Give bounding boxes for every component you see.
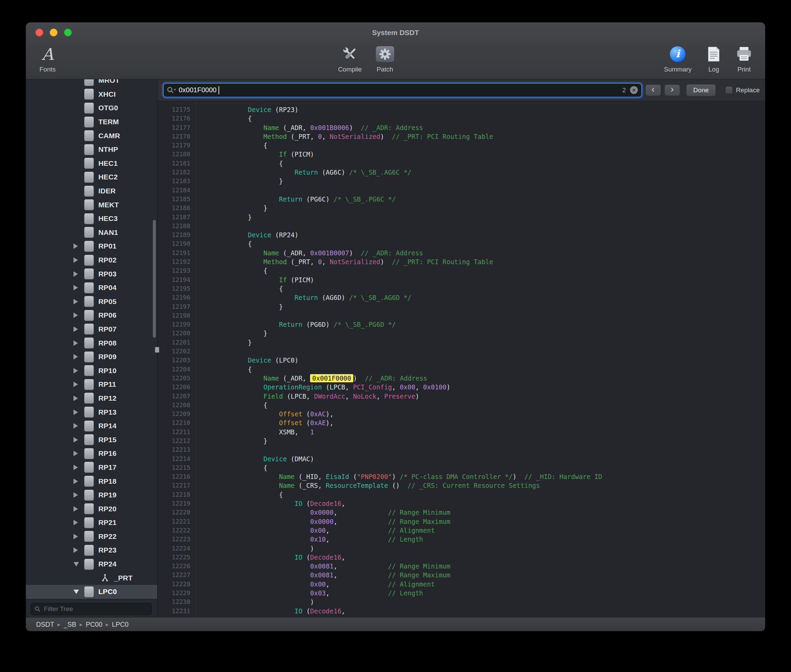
close-button[interactable]	[35, 29, 43, 37]
sidebar-item-xhci[interactable]: XHCI	[26, 88, 157, 101]
code-line[interactable]: 12203 Device (LPC0)	[158, 356, 765, 365]
sidebar-item-hec3[interactable]: HEC3	[26, 212, 157, 226]
code-line[interactable]: 12196 Return (AG6D) /* \_SB_.AG6D */	[158, 293, 765, 302]
sidebar-item-mekt[interactable]: MEKT	[26, 198, 157, 212]
disclosure-triangle-icon[interactable]	[74, 516, 82, 530]
sidebar-item-ider[interactable]: IDER	[26, 184, 157, 198]
disclosure-triangle-icon[interactable]	[74, 557, 82, 571]
sidebar-item-rp04[interactable]: RP04	[26, 281, 157, 295]
code-line[interactable]: 12228 0x00, // Alignment	[158, 580, 765, 589]
code-line[interactable]: 12202	[158, 347, 765, 356]
code-line[interactable]: 12214 Device (DMAC)	[158, 454, 765, 463]
disclosure-triangle-icon[interactable]	[74, 350, 82, 364]
sidebar-item-rp14[interactable]: RP14	[26, 419, 157, 433]
code-line[interactable]: 12177 Name (_ADR, 0x001B0006) // _ADR: A…	[158, 123, 765, 132]
disclosure-triangle-icon[interactable]	[74, 488, 82, 502]
disclosure-triangle-icon[interactable]	[74, 253, 82, 267]
disclosure-triangle-icon[interactable]	[74, 295, 82, 309]
sidebar-item-rp24[interactable]: RP24	[26, 557, 157, 571]
disclosure-triangle-icon[interactable]	[74, 322, 82, 336]
code-line[interactable]: 12206 OperationRegion (LPCB, PCI_Config,…	[158, 382, 765, 392]
clear-search-button[interactable]: ×	[630, 86, 638, 94]
titlebar[interactable]: System DSDT	[26, 22, 765, 42]
zoom-button[interactable]	[64, 29, 72, 37]
code-line[interactable]: 12231 IO (Decode16,	[158, 606, 765, 616]
sidebar-scrollbar-thumb[interactable]	[153, 220, 156, 338]
sidebar-item-nthp[interactable]: NTHP	[26, 142, 157, 157]
sidebar-item-rp19[interactable]: RP19	[26, 488, 157, 502]
sidebar-item-rp23[interactable]: RP23	[26, 543, 157, 557]
compile-button[interactable]: Compile	[338, 44, 362, 73]
code-line[interactable]: 12201 }	[158, 338, 765, 347]
search-menu-icon[interactable]	[166, 86, 177, 94]
sidebar-item-rp01[interactable]: RP01	[26, 239, 157, 253]
patch-button[interactable]: Patch	[376, 44, 395, 73]
disclosure-triangle-icon[interactable]	[74, 474, 82, 488]
code-line[interactable]: 12212 }	[158, 437, 765, 445]
disclosure-triangle-icon[interactable]	[74, 502, 82, 516]
code-line[interactable]: 12183 }	[158, 177, 765, 186]
disclosure-triangle-icon[interactable]	[74, 281, 82, 295]
sidebar-item-rp20[interactable]: RP20	[26, 502, 157, 516]
print-button[interactable]: Print	[736, 44, 752, 73]
code-line[interactable]: 12215 {	[158, 463, 765, 472]
code-line[interactable]: 12225 IO (Decode16,	[158, 553, 765, 562]
code-line[interactable]: 12204 {	[158, 365, 765, 374]
replace-checkbox[interactable]	[725, 86, 733, 94]
code-line[interactable]: 12217 Name (_CRS, ResourceTemplate () //…	[158, 481, 765, 490]
disclosure-triangle-icon[interactable]	[74, 378, 82, 392]
sidebar-item-term[interactable]: TERM	[26, 115, 157, 129]
disclosure-triangle-icon[interactable]	[74, 336, 82, 350]
sidebar-item-rp15[interactable]: RP15	[26, 433, 157, 446]
sidebar-item-rp08[interactable]: RP08	[26, 336, 157, 350]
search-input[interactable]: 0x001F0000	[179, 86, 216, 94]
code-line[interactable]: 12190 {	[158, 239, 765, 248]
code-line[interactable]: 12222 0x00, // Alignment	[158, 526, 765, 535]
disclosure-triangle-icon[interactable]	[74, 585, 82, 599]
sidebar-item-nan1[interactable]: NAN1	[26, 226, 157, 240]
sidebar-item-rp09[interactable]: RP09	[26, 350, 157, 364]
code-line[interactable]: 12224 )	[158, 544, 765, 553]
search-field[interactable]: 0x001F0000 2 ×	[163, 83, 642, 98]
code-line[interactable]: 12187 }	[158, 213, 765, 222]
code-line[interactable]: 12200 }	[158, 329, 765, 338]
disclosure-triangle-icon[interactable]	[74, 543, 82, 557]
next-match-button[interactable]: ›	[665, 85, 680, 96]
code-line[interactable]: 12179 {	[158, 141, 765, 150]
sidebar-item-otg0[interactable]: OTG0	[26, 101, 157, 115]
disclosure-triangle-icon[interactable]	[74, 433, 82, 446]
code-line[interactable]: 12181 {	[158, 159, 765, 168]
code-line[interactable]: 12176 {	[158, 114, 765, 123]
code-line[interactable]: 12189 Device (RP24)	[158, 230, 765, 239]
code-line[interactable]: 12221 0x0000, // Range Maximum	[158, 517, 765, 526]
code-line[interactable]: 12191 Name (_ADR, 0x001B0007) // _ADR: A…	[158, 248, 765, 258]
code-line[interactable]: 12230 )	[158, 597, 765, 606]
disclosure-triangle-icon[interactable]	[74, 267, 82, 281]
code-line[interactable]: 12208 {	[158, 401, 765, 410]
code-line[interactable]: 12211 XSMB, 1	[158, 427, 765, 437]
disclosure-triangle-icon[interactable]	[74, 419, 82, 433]
code-line[interactable]: 12178 Method (_PRT, 0, NotSerialized) //…	[158, 132, 765, 141]
code-line[interactable]: 12205 Name (_ADR, 0x001F0000) // _ADR: A…	[158, 374, 765, 382]
disclosure-triangle-icon[interactable]	[74, 446, 82, 461]
sidebar-item-rp12[interactable]: RP12	[26, 392, 157, 405]
code-line[interactable]: 12210 Offset (0xAE),	[158, 418, 765, 427]
sidebar-item-rp22[interactable]: RP22	[26, 530, 157, 544]
sidebar-item-rp16[interactable]: RP16	[26, 446, 157, 461]
sidebar-item-rp18[interactable]: RP18	[26, 474, 157, 488]
sidebar-item-rp06[interactable]: RP06	[26, 309, 157, 322]
sidebar-item-lpc0[interactable]: LPC0	[26, 585, 157, 599]
sidebar-item-rp11[interactable]: RP11	[26, 378, 157, 392]
sidebar-item-prt[interactable]: _PRT	[26, 571, 157, 585]
code-line[interactable]: 12229 0x03, // Length	[158, 589, 765, 597]
code-editor[interactable]: 12175 Device (RP23)12176 {12177 Name (_A…	[158, 101, 765, 618]
log-button[interactable]: Log	[707, 44, 720, 73]
sidebar-item-mrot[interactable]: MROT	[26, 79, 157, 88]
code-line[interactable]: 12207 Field (LPCB, DWordAcc, NoLock, Pre…	[158, 392, 765, 401]
disclosure-triangle-icon[interactable]	[74, 392, 82, 405]
disclosure-triangle-icon[interactable]	[74, 309, 82, 322]
code-line[interactable]: 12209 Offset (0xAC),	[158, 410, 765, 418]
sidebar-item-hec2[interactable]: HEC2	[26, 170, 157, 184]
code-line[interactable]: 12226 0x0081, // Range Minimum	[158, 562, 765, 571]
code-line[interactable]: 12195 {	[158, 284, 765, 293]
